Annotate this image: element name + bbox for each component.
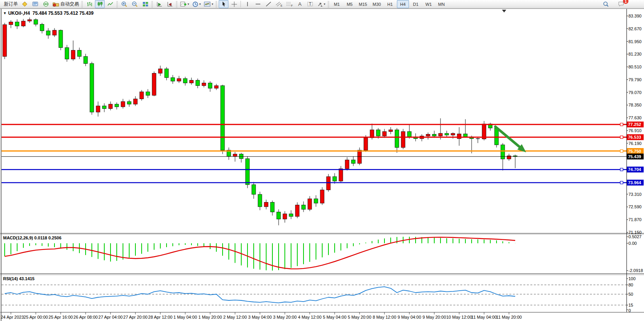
line-handle[interactable] xyxy=(620,168,623,171)
tag-icon xyxy=(22,1,28,7)
horizontal-line-tool-button[interactable] xyxy=(253,0,263,8)
candle-bull xyxy=(109,104,112,108)
cursor-tool-button[interactable] xyxy=(219,0,228,8)
trendline-tool-button[interactable] xyxy=(263,0,273,8)
candle-bull xyxy=(507,156,511,159)
price-tick: 80.510 xyxy=(628,65,642,69)
line-handle[interactable] xyxy=(620,136,623,138)
line-handle[interactable] xyxy=(620,181,623,184)
timeframe-bar: M1M5M15M30H1H4D1W1MN xyxy=(330,0,448,8)
candle-bear xyxy=(115,104,119,107)
line-handle[interactable] xyxy=(620,123,623,126)
arrows-tool-button[interactable]: ▾ xyxy=(316,0,326,8)
templates-button[interactable]: ▾ xyxy=(203,0,214,8)
candle-bull xyxy=(190,80,193,83)
time-label: 25 Apr 16:00 xyxy=(49,315,73,319)
candlestick-chart-button[interactable] xyxy=(95,0,105,8)
chart-canvas[interactable]: 83.39082.67081.95081.23080.51079.79079.0… xyxy=(0,9,644,321)
vertical-line-tool-button[interactable] xyxy=(242,0,252,8)
indicators-button[interactable]: ▾ xyxy=(179,0,190,8)
zoom-in-button[interactable] xyxy=(119,0,129,8)
timeframe-button-m1[interactable]: M1 xyxy=(331,0,343,8)
tile-windows-button[interactable] xyxy=(140,0,150,8)
candle-bear xyxy=(208,83,212,88)
candle-bull xyxy=(326,177,330,190)
candle-bear xyxy=(314,199,318,203)
pane-frames xyxy=(0,9,644,321)
time-label: 25 Apr 00:00 xyxy=(24,315,48,319)
price-flag-value: 75.750 xyxy=(628,149,641,154)
rsi-pane: 1008050150 xyxy=(2,276,635,313)
time-label: 9 May 20:00 xyxy=(423,315,446,319)
candle-bear xyxy=(432,134,436,136)
timeframe-button-m30[interactable]: M30 xyxy=(370,0,383,8)
auto-scroll-icon xyxy=(156,1,163,7)
timeframe-button-d1[interactable]: D1 xyxy=(410,0,422,8)
notification-badge: 1 xyxy=(623,0,628,4)
price-axis: 83.39082.67081.95081.23080.51079.79079.0… xyxy=(626,14,644,235)
macd-pane: 0.50270.00-2.0918 xyxy=(5,234,643,273)
notifications-button[interactable]: 1 xyxy=(616,0,626,8)
time-label: 27 Apr 20:00 xyxy=(123,315,147,319)
line-chart-button[interactable] xyxy=(105,0,115,8)
candle-bull xyxy=(158,69,162,73)
candle-bear xyxy=(90,63,94,112)
rsi-line xyxy=(5,287,515,303)
candle-bull xyxy=(345,160,349,169)
candle-bear xyxy=(127,101,131,104)
periods-button[interactable]: ▾ xyxy=(191,0,202,8)
timeframe-button-m5[interactable]: M5 xyxy=(344,0,356,8)
auto-trading-button[interactable]: 自动交易 xyxy=(51,0,80,8)
new-order-icon[interactable] xyxy=(20,0,30,8)
price-tick: 81.230 xyxy=(628,52,642,56)
fibonacci-tool-button[interactable]: F xyxy=(284,0,294,8)
candle-bear xyxy=(501,145,505,159)
macd-axis-tick: -2.0918 xyxy=(628,268,643,273)
signals-button[interactable] xyxy=(41,0,51,8)
equidistant-channel-tool-button[interactable]: E xyxy=(274,0,284,8)
new-order-button[interactable]: 新订单 xyxy=(2,0,19,8)
line-handle[interactable] xyxy=(620,150,623,152)
toolbar-separator xyxy=(240,1,241,7)
price-flag-value: 75.439 xyxy=(628,154,641,159)
price-flag-value: 74.704 xyxy=(628,167,642,172)
toolbar: 新订单 自动交易 xyxy=(0,0,644,9)
zoom-out-button[interactable] xyxy=(130,0,140,8)
candle-bear xyxy=(376,130,380,136)
timeframe-button-w1[interactable]: W1 xyxy=(423,0,435,8)
price-tick: 83.390 xyxy=(628,14,642,18)
price-tick: 76.910 xyxy=(628,128,642,133)
candle-bear xyxy=(65,47,69,59)
chart-window: 83.39082.67081.95081.23080.51079.79079.0… xyxy=(0,9,644,321)
market-watch-button[interactable] xyxy=(30,0,40,8)
rsi-axis-tick: 100 xyxy=(628,276,635,281)
chart-shift-marker[interactable] xyxy=(502,10,506,12)
search-button[interactable] xyxy=(601,0,611,8)
time-label: 4 May 12:00 xyxy=(298,315,322,319)
time-label: 2 May 12:00 xyxy=(223,315,247,319)
time-label: 5 May 04:00 xyxy=(323,315,347,319)
bars-icon xyxy=(86,1,93,7)
price-tick: 71.870 xyxy=(628,217,642,222)
timeframe-button-mn[interactable]: MN xyxy=(435,0,447,8)
toolbar-grip xyxy=(151,1,153,7)
crosshair-tool-button[interactable] xyxy=(229,0,239,8)
candle-bear xyxy=(495,128,498,145)
svg-text:F: F xyxy=(291,4,293,7)
timeframe-button-h1[interactable]: H1 xyxy=(384,0,396,8)
time-label: 8 May 12:00 xyxy=(373,315,397,319)
bar-chart-button[interactable] xyxy=(84,0,94,8)
candle-bull xyxy=(451,133,455,135)
candle-bear xyxy=(246,159,249,185)
timeframe-button-h4[interactable]: H4 xyxy=(397,0,409,8)
candle-bear xyxy=(221,85,225,150)
candle-bull xyxy=(320,190,324,203)
time-label: 24 Apr 2023 xyxy=(1,315,24,319)
text-tool-button[interactable]: A xyxy=(295,0,305,8)
chart-shift-button[interactable] xyxy=(165,0,175,8)
text-label-tool-button[interactable]: T xyxy=(305,0,315,8)
candle-bull xyxy=(370,130,374,138)
chevron-down-icon: ▾ xyxy=(188,2,189,6)
timeframe-button-m15[interactable]: M15 xyxy=(356,0,369,8)
auto-scroll-button[interactable] xyxy=(154,0,164,8)
